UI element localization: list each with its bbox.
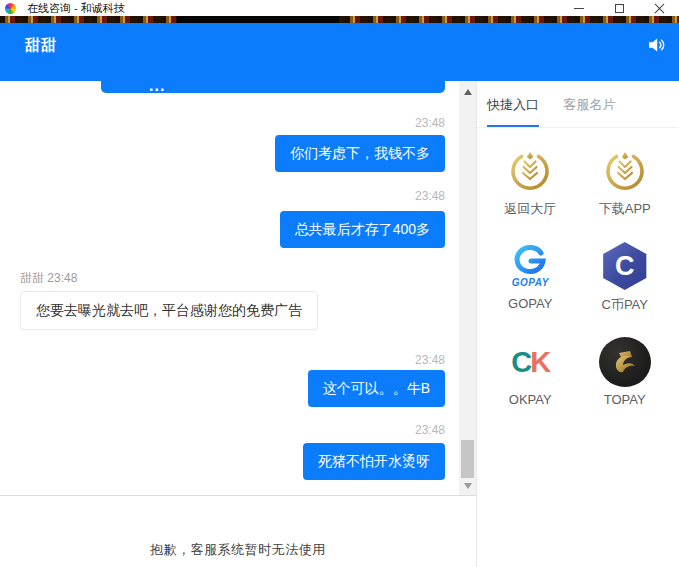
chat-message-area: ... 23:48 你们考虑下，我钱不多 23:48 总共最后才存了400多 — [0, 81, 476, 495]
ck-logo-k: K — [530, 346, 549, 378]
shortcut-label: OKPAY — [509, 392, 552, 407]
shortcut-label: GOPAY — [508, 296, 552, 311]
chat-bubble-outgoing-partial: ... — [101, 81, 445, 93]
message-row: 死猪不怕开水烫呀 — [13, 443, 445, 480]
topay-dark-emblem-icon — [599, 337, 651, 387]
chat-window: 在线咨询 - 和诚科技 甜甜 ... — [0, 0, 679, 567]
sender-label: 甜甜 23:48 — [20, 270, 77, 287]
chat-footer: 抱歉，客服系统暂时无法使用 — [0, 495, 476, 567]
titlebar: 在线咨询 - 和诚科技 — [0, 0, 679, 16]
chat-bubble-outgoing: 死猪不怕开水烫呀 — [303, 443, 445, 480]
system-unavailable-notice: 抱歉，客服系统暂时无法使用 — [150, 541, 326, 559]
message-row: 23:48 — [13, 423, 445, 437]
scrollbar-thumb[interactable] — [461, 440, 474, 478]
gopay-logo-text: GOPAY — [512, 277, 549, 288]
shortcut-topay[interactable]: TOPAY — [580, 324, 670, 420]
arrow-up-icon — [464, 89, 472, 95]
ck-logo-c: C — [511, 346, 530, 378]
message-row: 甜甜 23:48 — [13, 270, 445, 287]
agent-name: 甜甜 — [25, 36, 57, 55]
gold-wheat-emblem-icon — [603, 148, 647, 192]
side-panel-tabs: 快捷入口 客服名片 — [477, 81, 678, 128]
tab-quick-entry[interactable]: 快捷入口 — [487, 96, 539, 127]
close-icon — [654, 3, 665, 14]
speaker-icon[interactable] — [648, 37, 666, 53]
arrow-down-icon — [464, 483, 472, 489]
shortcut-cpay[interactable]: C C币PAY — [580, 228, 670, 324]
app-logo-icon — [5, 3, 16, 14]
message-row: 23:48 — [13, 189, 445, 203]
maximize-button[interactable] — [599, 0, 639, 16]
c-coin-logo-text: C — [615, 253, 635, 280]
chat-bubble-outgoing: 总共最后才存了400多 — [280, 211, 445, 248]
c-coin-hexagon-icon: C — [601, 242, 649, 290]
shortcut-okpay[interactable]: CK OKPAY — [485, 324, 575, 420]
message-row: 您要去曝光就去吧，平台感谢您的免费广告 — [13, 291, 445, 330]
scrollbar[interactable] — [459, 81, 476, 495]
tab-agent-card[interactable]: 客服名片 — [563, 96, 615, 125]
shortcut-return-lobby[interactable]: 返回大厅 — [485, 132, 575, 228]
chat-bubble-outgoing: 这个可以。。牛B — [308, 370, 445, 407]
message-list: ... 23:48 你们考虑下，我钱不多 23:48 总共最后才存了400多 — [0, 81, 458, 480]
chat-panel: ... 23:48 你们考虑下，我钱不多 23:48 总共最后才存了400多 — [0, 81, 477, 567]
shortcut-label: C币PAY — [602, 296, 648, 314]
ck-logo-icon: CK — [511, 346, 549, 379]
shortcut-label: 返回大厅 — [504, 200, 556, 218]
timestamp: 23:48 — [415, 189, 445, 203]
minimize-icon — [574, 8, 584, 9]
chat-bubble-outgoing: 你们考虑下，我钱不多 — [275, 135, 445, 172]
scroll-up-button[interactable] — [459, 83, 476, 100]
chat-bubble-incoming: 您要去曝光就去吧，平台感谢您的免费广告 — [20, 291, 318, 330]
background-window-strip — [0, 16, 679, 23]
shortcut-label: 下载APP — [599, 200, 651, 218]
message-row: 这个可以。。牛B — [13, 370, 445, 407]
window-title: 在线咨询 - 和诚科技 — [27, 1, 125, 16]
chat-header: 甜甜 — [0, 23, 679, 81]
shortcut-label: TOPAY — [604, 392, 646, 407]
gold-wheat-emblem-icon — [508, 148, 552, 192]
window-controls — [559, 0, 679, 16]
timestamp: 23:48 — [415, 353, 445, 367]
timestamp: 23:48 — [415, 116, 445, 130]
side-panel: 快捷入口 客服名片 — [477, 81, 678, 567]
shortcut-gopay[interactable]: GOPAY GOPAY — [485, 228, 575, 324]
maximize-icon — [615, 4, 624, 13]
shortcut-download-app[interactable]: 下载APP — [580, 132, 670, 228]
bubble-text: ... — [149, 81, 445, 90]
scroll-down-button[interactable] — [459, 477, 476, 494]
message-row: 23:48 — [13, 116, 445, 130]
message-row: 你们考虑下，我钱不多 — [13, 135, 445, 172]
message-row: 23:48 — [13, 353, 445, 367]
shortcut-grid: 返回大厅 下载APP — [477, 128, 678, 420]
timestamp: 23:48 — [415, 423, 445, 437]
minimize-button[interactable] — [559, 0, 599, 16]
message-row: ... — [13, 81, 445, 93]
message-row: 总共最后才存了400多 — [13, 211, 445, 248]
close-button[interactable] — [639, 0, 679, 16]
gopay-logo-icon: GOPAY — [512, 244, 549, 288]
